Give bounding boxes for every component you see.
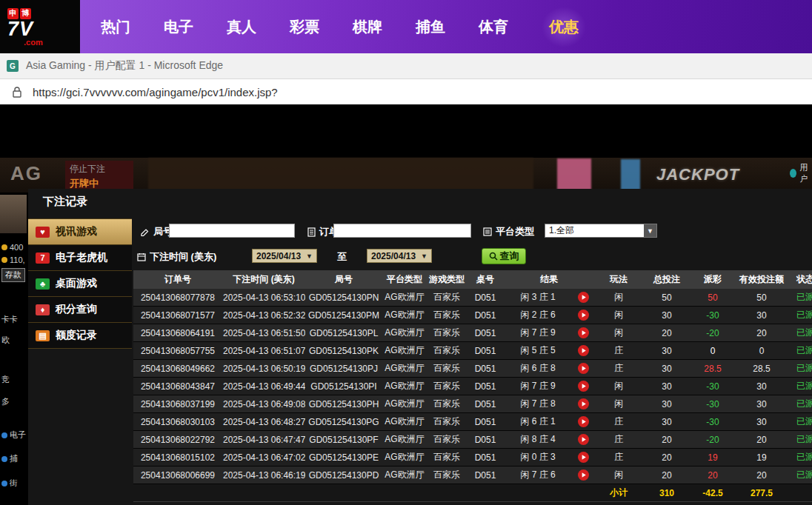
status-cell: 已派: [788, 431, 812, 449]
valid-bet-cell: 0: [735, 342, 788, 360]
nav-item-2[interactable]: 电子: [164, 17, 193, 37]
play-icon[interactable]: [578, 381, 589, 392]
valid-bet-cell: 19: [735, 449, 788, 466]
sidebar-item-1[interactable]: ♥视讯游戏: [28, 219, 132, 245]
play-icon[interactable]: [578, 434, 589, 445]
play-type-cell: 闲: [594, 307, 643, 324]
left-rail-item-1[interactable]: 400: [1, 243, 23, 252]
game-no-input[interactable]: [169, 224, 295, 238]
left-rail-item-2[interactable]: 110,: [1, 255, 25, 264]
play-icon[interactable]: [578, 345, 589, 356]
bet-time-cell: 2025-04-13 06:47:47: [222, 431, 305, 449]
play-icon[interactable]: [578, 452, 589, 463]
sidebar-item-2[interactable]: 7电子老虎机: [28, 245, 132, 271]
left-rail-item-8[interactable]: 电子: [1, 429, 26, 441]
user-icon: [790, 169, 796, 178]
right-rail-item-1[interactable]: 用户: [790, 162, 812, 184]
play-type-cell: 闲: [594, 324, 643, 342]
coin-icon: [1, 244, 7, 250]
bet-time-cell: 2025-04-13 06:46:19: [222, 466, 305, 484]
game-type-cell: 百家乐: [427, 289, 467, 307]
browser-url-bar[interactable]: https://gci.7vvvvvv.com/agingame/pcv1/in…: [0, 79, 812, 104]
table-no-cell: D051: [467, 466, 504, 484]
left-rail-item-3[interactable]: 存款: [1, 268, 25, 282]
bet-time-cell: 2025-04-13 06:51:50: [222, 324, 305, 342]
sidebar-item-5[interactable]: ▤额度记录: [28, 323, 132, 349]
query-button[interactable]: 查询: [482, 248, 526, 264]
bet-time-cell: 2025-04-13 06:53:10: [222, 289, 305, 307]
ag-watermark: AG: [10, 162, 42, 185]
left-rail-item-10[interactable]: 街: [1, 478, 18, 489]
total-bet-cell: 50: [643, 289, 690, 307]
platform-type-select[interactable]: 1.全部 ▼: [545, 224, 657, 238]
nav-item-3[interactable]: 真人: [227, 17, 256, 37]
left-rail-item-4[interactable]: 卡卡: [1, 314, 18, 325]
play-icon[interactable]: [578, 469, 589, 481]
play-type-cell: 庄: [594, 413, 643, 431]
play-icon[interactable]: [578, 310, 589, 321]
table-row: 2504130680438472025-04-13 06:49:44GD0512…: [133, 378, 812, 395]
play-icon[interactable]: [578, 398, 589, 409]
platform-cell: AG欧洲厅: [382, 289, 427, 307]
result-cell: 闲 2 庄 6: [504, 307, 572, 324]
url-text[interactable]: https://gci.7vvvvvv.com/agingame/pcv1/in…: [33, 86, 278, 98]
left-rail-label: 存款: [1, 268, 25, 282]
total-payout: -42.5: [690, 502, 735, 505]
bet-time-cell: 2025-04-13 06:49:08: [222, 395, 305, 413]
table-no-cell: D051: [467, 449, 504, 466]
play-icon[interactable]: [578, 363, 589, 374]
total-bet-cell: 30: [643, 413, 690, 431]
sidebar-item-label: 电子老虎机: [56, 251, 107, 264]
platform-cell: AG欧洲厅: [382, 431, 427, 449]
screen: 申 博 7V .com 热门电子真人彩票棋牌捕鱼体育优惠 G Asia Gami…: [0, 0, 812, 505]
empty-cell: [788, 502, 812, 505]
game-type-cell: 百家乐: [427, 360, 467, 378]
nav-item-5[interactable]: 棋牌: [353, 17, 382, 37]
valid-bet-cell: 50: [735, 289, 788, 307]
play-icon[interactable]: [578, 327, 589, 338]
sidebar-item-4[interactable]: ♦积分查询: [28, 297, 132, 323]
payout-cell: 19: [690, 449, 735, 466]
game-no-cell: GD051254130PN: [305, 289, 382, 307]
nav-item-8[interactable]: 优惠: [542, 7, 586, 47]
status-cell: 已派: [788, 378, 812, 395]
table-no-cell: D051: [467, 289, 504, 307]
total-bet-cell: 20: [643, 466, 690, 484]
nav-item-4[interactable]: 彩票: [290, 17, 319, 37]
date-to-select[interactable]: 2025/04/13 ▼: [367, 249, 432, 263]
replay-cell: [572, 431, 594, 449]
top-navigation: 申 博 7V .com 热门电子真人彩票棋牌捕鱼体育优惠: [0, 0, 812, 53]
valid-bet-cell: 20: [735, 466, 788, 484]
left-rail-item-7[interactable]: 多: [1, 396, 10, 407]
order-no-input[interactable]: [333, 224, 471, 238]
play-icon[interactable]: [578, 292, 589, 303]
result-cell: 闲 7 庄 6: [504, 466, 572, 484]
bet-time-cell: 2025-04-13 06:48:27: [222, 413, 305, 431]
payout-cell: 50: [690, 289, 735, 307]
order-no-cell: 250413068037199: [133, 395, 222, 413]
date-from-select[interactable]: 2025/04/13 ▼: [252, 249, 317, 263]
column-header-11: 有效投注额: [735, 270, 788, 289]
bet-time-cell: 2025-04-13 06:50:19: [222, 360, 305, 378]
bet-time-cell: 2025-04-13 06:47:02: [222, 449, 305, 466]
nav-item-7[interactable]: 体育: [479, 17, 508, 37]
table-body: 2504130680778782025-04-13 06:53:10GD0512…: [133, 289, 812, 505]
slot-machine-image: [557, 158, 591, 191]
site-logo[interactable]: 申 博 7V .com: [0, 0, 80, 53]
search-icon: [489, 252, 498, 261]
total-bet-cell: 30: [643, 378, 690, 395]
total-bet-cell: 30: [643, 342, 690, 360]
left-rail-item-5[interactable]: 欧: [1, 335, 10, 346]
top-nav: 热门电子真人彩票棋牌捕鱼体育优惠: [80, 0, 586, 53]
game-type-cell: 百家乐: [427, 395, 467, 413]
status-cell: 已派: [788, 307, 812, 324]
left-rail-item-6[interactable]: 竞: [1, 374, 10, 385]
nav-item-6[interactable]: 捕鱼: [416, 17, 445, 37]
sidebar-item-3[interactable]: ♣桌面游戏: [28, 271, 132, 297]
chevron-down-icon: ▼: [306, 252, 313, 260]
nav-item-1[interactable]: 热门: [101, 17, 130, 37]
play-icon[interactable]: [578, 416, 589, 427]
left-rail-item-9[interactable]: 捕: [1, 453, 18, 464]
game-no-cell: GD051254130PK: [305, 342, 382, 360]
chip-icon: [1, 432, 7, 438]
